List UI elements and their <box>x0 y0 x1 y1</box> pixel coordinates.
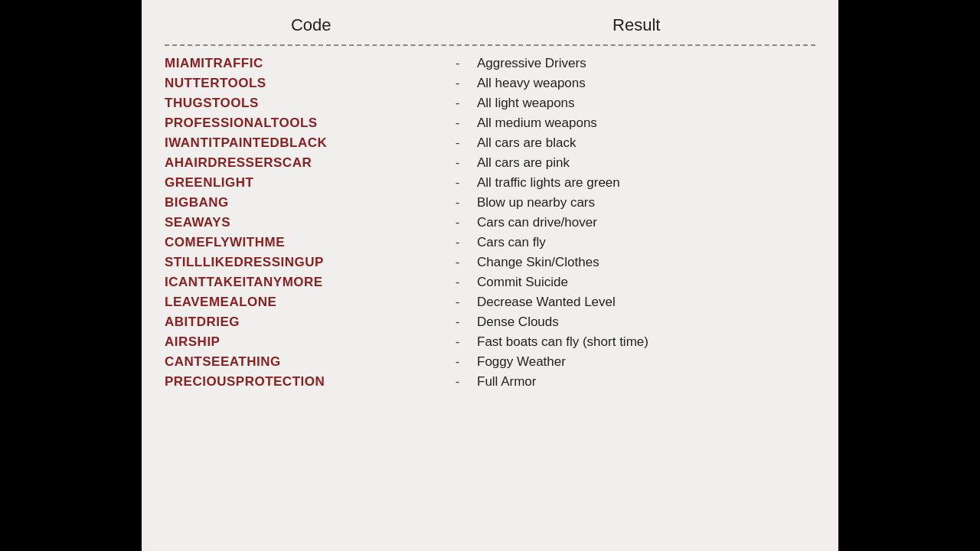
cheat-table: MIAMITRAFFIC-Aggressive DriversNUTTERTOO… <box>165 54 815 392</box>
cheat-row: LEAVEMEALONE-Decrease Wanted Level <box>165 292 815 312</box>
cheat-dash: - <box>438 374 477 390</box>
cheat-code: IWANTITPAINTEDBLACK <box>165 135 438 151</box>
result-column-header: Result <box>458 15 816 35</box>
cheat-result: All light weapons <box>477 96 815 111</box>
cheat-dash: - <box>438 175 477 191</box>
cheat-row: AIRSHIP-Fast boats can fly (short time) <box>165 332 815 352</box>
main-panel: Code Result MIAMITRAFFIC-Aggressive Driv… <box>142 0 838 551</box>
cheat-result: Cars can fly <box>477 235 815 250</box>
cheat-result: Dense Clouds <box>477 315 815 330</box>
cheat-result: Full Armor <box>477 374 815 390</box>
cheat-dash: - <box>438 235 477 250</box>
cheat-result: Fast boats can fly (short time) <box>477 334 815 350</box>
cheat-result: Aggressive Drivers <box>477 56 815 71</box>
cheat-row: NUTTERTOOLS-All heavy weapons <box>165 73 815 93</box>
cheat-result: Commit Suicide <box>477 275 815 290</box>
cheat-result: All heavy weapons <box>477 76 815 91</box>
cheat-code: THUGSTOOLS <box>165 96 438 111</box>
cheat-dash: - <box>438 334 477 350</box>
code-column-header: Code <box>165 15 458 35</box>
cheat-dash: - <box>438 195 477 210</box>
cheat-code: STILLLIKEDRESSINGUP <box>165 255 438 270</box>
cheat-dash: - <box>438 354 477 370</box>
cheat-dash: - <box>438 76 477 91</box>
cheat-code: COMEFLYWITHME <box>165 235 438 250</box>
cheat-code: PRECIOUSPROTECTION <box>165 374 438 390</box>
cheat-code: LEAVEMEALONE <box>165 295 438 310</box>
cheat-row: BIGBANG-Blow up nearby cars <box>165 193 815 213</box>
cheat-result: Foggy Weather <box>477 354 815 370</box>
cheat-row: PROFESSIONALTOOLS-All medium weapons <box>165 113 815 133</box>
cheat-code: SEAWAYS <box>165 215 438 230</box>
cheat-row: MIAMITRAFFIC-Aggressive Drivers <box>165 54 815 73</box>
cheat-row: ICANTTAKEITANYMORE-Commit Suicide <box>165 272 815 292</box>
cheat-row: AHAIRDRESSERSCAR-All cars are pink <box>165 153 815 173</box>
cheat-row: PRECIOUSPROTECTION-Full Armor <box>165 372 815 392</box>
cheat-row: GREENLIGHT-All traffic lights are green <box>165 173 815 193</box>
cheat-dash: - <box>438 116 477 131</box>
cheat-row: SEAWAYS-Cars can drive/hover <box>165 213 815 233</box>
cheat-code: ICANTTAKEITANYMORE <box>165 275 438 290</box>
cheat-row: THUGSTOOLS-All light weapons <box>165 93 815 113</box>
table-header: Code Result <box>165 15 815 41</box>
cheat-row: STILLLIKEDRESSINGUP-Change Skin/Clothes <box>165 253 815 272</box>
cheat-dash: - <box>438 255 477 270</box>
cheat-code: AHAIRDRESSERSCAR <box>165 155 438 171</box>
cheat-code: ABITDRIEG <box>165 315 438 330</box>
cheat-result: All cars are black <box>477 135 815 151</box>
cheat-row: IWANTITPAINTEDBLACK-All cars are black <box>165 133 815 153</box>
cheat-result: Blow up nearby cars <box>477 195 815 210</box>
cheat-dash: - <box>438 275 477 290</box>
cheat-code: GREENLIGHT <box>165 175 438 191</box>
cheat-code: AIRSHIP <box>165 334 438 350</box>
cheat-row: ABITDRIEG-Dense Clouds <box>165 312 815 332</box>
cheat-result: Decrease Wanted Level <box>477 295 815 310</box>
cheat-code: CANTSEEATHING <box>165 354 438 370</box>
cheat-result: Cars can drive/hover <box>477 215 815 230</box>
cheat-dash: - <box>438 135 477 151</box>
cheat-result: All medium weapons <box>477 116 815 131</box>
cheat-dash: - <box>438 155 477 171</box>
cheat-result: All cars are pink <box>477 155 815 171</box>
cheat-dash: - <box>438 96 477 111</box>
cheat-dash: - <box>438 315 477 330</box>
cheat-result: All traffic lights are green <box>477 175 815 191</box>
cheat-row: CANTSEEATHING-Foggy Weather <box>165 352 815 372</box>
cheat-dash: - <box>438 215 477 230</box>
cheat-code: MIAMITRAFFIC <box>165 56 438 71</box>
cheat-code: BIGBANG <box>165 195 438 210</box>
cheat-result: Change Skin/Clothes <box>477 255 815 270</box>
cheat-code: PROFESSIONALTOOLS <box>165 116 438 131</box>
cheat-row: COMEFLYWITHME-Cars can fly <box>165 233 815 253</box>
header-divider <box>165 44 815 46</box>
cheat-code: NUTTERTOOLS <box>165 76 438 91</box>
cheat-dash: - <box>438 295 477 310</box>
cheat-dash: - <box>438 56 477 71</box>
